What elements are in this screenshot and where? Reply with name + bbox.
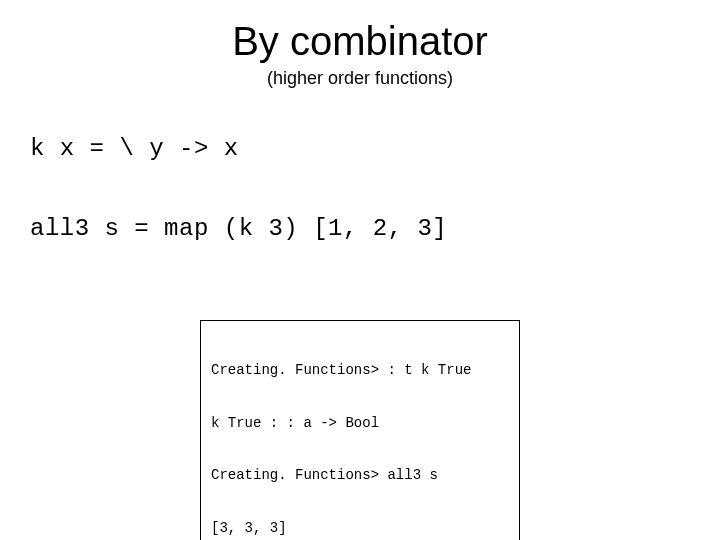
page-subtitle: (higher order functions)	[0, 68, 720, 89]
page-title: By combinator	[0, 20, 720, 62]
slide: By combinator (higher order functions) k…	[0, 0, 720, 540]
repl-line: k True : : a -> Bool	[211, 415, 509, 433]
repl-line: Creating. Functions> all3 s	[211, 467, 509, 485]
repl-line: Creating. Functions> : t k True	[211, 362, 509, 380]
code-line-k-definition: k x = \ y -> x	[30, 135, 239, 162]
repl-line: [3, 3, 3]	[211, 520, 509, 538]
code-line-all3s-definition: all3 s = map (k 3) [1, 2, 3]	[30, 215, 447, 242]
repl-output-box: Creating. Functions> : t k True k True :…	[200, 320, 520, 540]
